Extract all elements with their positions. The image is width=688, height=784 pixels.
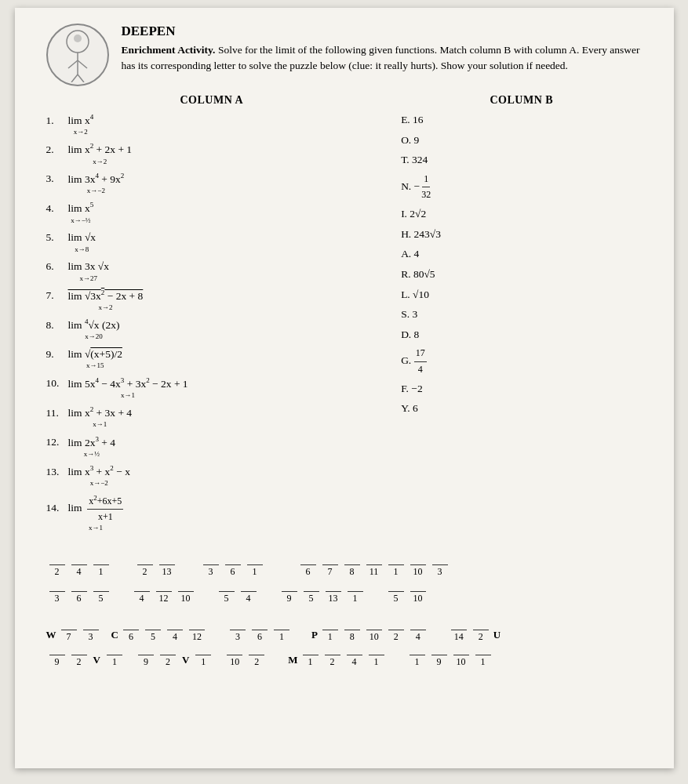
prob-num: 8. bbox=[46, 317, 68, 334]
v1-label: V bbox=[93, 654, 100, 666]
list-item: 11. lim x2 + 3x + 4 x→1 bbox=[46, 404, 378, 430]
prob-num: 7. bbox=[46, 287, 68, 304]
svg-line-3 bbox=[78, 60, 87, 68]
answer-item: Y. 6 bbox=[401, 400, 642, 417]
column-b: COLUMN B E. 16 O. 9 T. 324 N. −132 I. 2√… bbox=[393, 94, 642, 537]
prob-expr: lim √(x+5)/2 x→15 bbox=[68, 346, 378, 372]
answer-item: A. 4 bbox=[401, 245, 642, 263]
list-item: 10. lim 5x4 − 4x3 + 3x2 − 2x + 1 x→1 bbox=[46, 375, 378, 401]
answer-item: N. −132 bbox=[401, 172, 642, 202]
svg-point-6 bbox=[74, 34, 82, 42]
prob-num: 5. bbox=[46, 229, 68, 246]
prob-expr: lim 3x √x x→27 bbox=[68, 258, 378, 284]
answer-item: S. 3 bbox=[401, 306, 642, 323]
p-label: P bbox=[311, 629, 318, 641]
activity-label: Enrichment Activity. bbox=[122, 44, 216, 56]
puzzle-row-1: 2 4 1 2 13 bbox=[46, 551, 642, 578]
list-item: 3. lim 3x4 + 9x2 x→−2 bbox=[46, 170, 378, 196]
col-b-header: COLUMN B bbox=[401, 94, 642, 107]
list-item: 7. lim √3x2 − 2x + 8 x→2 bbox=[46, 287, 378, 313]
header-row: DEEPEN Enrichment Activity. Solve for th… bbox=[46, 24, 642, 86]
w-label: W bbox=[46, 629, 56, 641]
list-item: 1. lim x4 x→2 bbox=[46, 111, 378, 137]
prob-num: 11. bbox=[46, 405, 68, 422]
answer-item: T. 324 bbox=[401, 151, 642, 169]
prob-num: 3. bbox=[46, 170, 68, 187]
answer-item: O. 9 bbox=[401, 132, 642, 149]
puzzle-row-3: W 7 3 C 6 5 4 bbox=[46, 617, 642, 643]
prob-expr: lim √x x→8 bbox=[68, 229, 378, 255]
prob-expr: lim x3 + x2 − x x→−2 bbox=[68, 463, 378, 488]
list-item: 14. lim x2+6x+5 x+1 x→1 bbox=[46, 492, 378, 534]
prob-num: 14. bbox=[46, 499, 68, 517]
prob-num: 1. bbox=[46, 112, 68, 129]
list-item: 12. lim 2x3 + 4 x→½ bbox=[46, 434, 378, 459]
list-item: 13. lim x3 + x2 − x x→−2 bbox=[46, 463, 378, 488]
logo bbox=[46, 24, 109, 86]
puzzle-row-4: 9 2 V 1 9 2 V bbox=[46, 654, 642, 668]
puzzle-section: 2 4 1 2 13 bbox=[46, 551, 642, 668]
answer-item: R. 80√5 bbox=[401, 266, 642, 283]
problem-list: 1. lim x4 x→2 2. lim x2 + 2x + 1 x→ bbox=[46, 111, 378, 534]
page-title: DEEPEN bbox=[122, 24, 642, 39]
page: DEEPEN Enrichment Activity. Solve for th… bbox=[15, 8, 674, 768]
answer-item: G. 174 bbox=[401, 346, 642, 376]
answer-item: F. −2 bbox=[401, 380, 642, 397]
prob-expr: lim x2 + 3x + 4 x→1 bbox=[68, 404, 378, 430]
column-a: COLUMN A 1. lim x4 x→2 2. bbox=[46, 94, 394, 537]
answer-item: L. √10 bbox=[401, 286, 642, 303]
prob-expr: lim 2x3 + 4 x→½ bbox=[68, 434, 378, 459]
list-item: 9. lim √(x+5)/2 x→15 bbox=[46, 346, 378, 372]
prob-num: 13. bbox=[46, 463, 68, 481]
prob-expr: lim 3x4 + 9x2 x→−2 bbox=[68, 170, 378, 196]
list-item: 6. lim 3x √x x→27 bbox=[46, 258, 378, 284]
logo-icon bbox=[54, 27, 101, 82]
list-item: 8. lim 4√x (2x) x→20 bbox=[46, 316, 378, 342]
prob-num: 4. bbox=[46, 200, 68, 217]
answer-item: I. 2√2 bbox=[401, 205, 642, 223]
prob-num: 2. bbox=[46, 141, 68, 158]
list-item: 2. lim x2 + 2x + 1 x→2 bbox=[46, 140, 378, 166]
prob-expr: lim x2 + 2x + 1 x→2 bbox=[68, 140, 378, 166]
svg-line-4 bbox=[71, 74, 78, 82]
m-label: M bbox=[288, 654, 297, 666]
prob-expr: lim 4√x (2x) x→20 bbox=[68, 316, 378, 342]
col-a-header: COLUMN A bbox=[46, 94, 378, 107]
svg-line-5 bbox=[78, 74, 84, 82]
answer-item: H. 243√3 bbox=[401, 226, 642, 243]
u-label: U bbox=[493, 629, 501, 641]
list-item: 5. lim √x x→8 bbox=[46, 229, 378, 255]
svg-line-2 bbox=[68, 60, 78, 68]
c-label: C bbox=[111, 629, 118, 641]
prob-expr: lim 5x4 − 4x3 + 3x2 − 2x + 1 x→1 bbox=[68, 375, 378, 401]
prob-expr: lim √3x2 − 2x + 8 x→2 bbox=[68, 287, 378, 313]
prob-num: 10. bbox=[46, 375, 68, 392]
activity-description: Enrichment Activity. Solve for the limit… bbox=[122, 42, 642, 74]
answer-item: D. 8 bbox=[401, 326, 642, 343]
answer-list: E. 16 O. 9 T. 324 N. −132 I. 2√2 H. 243√… bbox=[401, 111, 642, 417]
answer-item: E. 16 bbox=[401, 111, 642, 129]
prob-num: 12. bbox=[46, 434, 68, 451]
columns-container: COLUMN A 1. lim x4 x→2 2. bbox=[46, 94, 642, 537]
prob-num: 6. bbox=[46, 258, 68, 275]
prob-expr: lim x2+6x+5 x+1 x→1 bbox=[68, 492, 378, 534]
prob-num: 9. bbox=[46, 346, 68, 363]
list-item: 4. lim x5 x→−½ bbox=[46, 199, 378, 225]
v2-label: V bbox=[182, 654, 189, 666]
prob-expr: lim x5 x→−½ bbox=[68, 199, 378, 225]
header-text: DEEPEN Enrichment Activity. Solve for th… bbox=[122, 24, 642, 74]
prob-expr: lim x4 x→2 bbox=[68, 111, 378, 137]
puzzle-row-2: 3 6 5 4 12 10 bbox=[46, 590, 642, 604]
